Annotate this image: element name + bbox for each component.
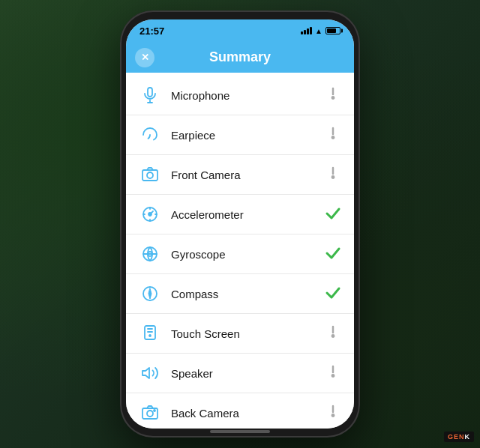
test-item-speaker[interactable]: Speaker [126, 354, 354, 393]
status-time: 21:57 [140, 25, 164, 37]
test-item-compass[interactable]: Compass [126, 274, 354, 314]
status-icons: ▲ [301, 27, 340, 35]
svg-point-20 [149, 335, 151, 336]
modal-header: ✕ Summary [126, 42, 354, 73]
svg-marker-22 [142, 368, 149, 378]
accelerometer-icon [138, 202, 162, 226]
earpiece-icon [138, 123, 162, 147]
svg-point-4 [332, 136, 334, 138]
svg-point-23 [332, 375, 334, 376]
front-camera-icon [138, 163, 162, 187]
front-camera-status [324, 165, 342, 185]
test-list: MicrophoneEarpieceFront CameraAccelerome… [126, 73, 354, 429]
back-camera-icon [138, 401, 162, 425]
test-item-earpiece[interactable]: Earpiece [126, 115, 354, 155]
battery-icon [326, 27, 340, 34]
test-item-front-camera[interactable]: Front Camera [126, 155, 354, 195]
test-item-gyroscope[interactable]: Gyroscope [126, 234, 354, 274]
wifi-icon: ▲ [315, 27, 322, 35]
touch-screen-icon [138, 321, 162, 345]
touch-screen-label: Touch Screen [171, 327, 315, 340]
svg-point-21 [332, 335, 334, 336]
compass-label: Compass [171, 288, 315, 300]
test-item-back-camera[interactable]: Back Camera [126, 393, 354, 429]
svg-point-9 [148, 213, 152, 216]
svg-point-7 [332, 176, 334, 178]
home-indicator [210, 430, 270, 433]
accelerometer-label: Accelerometer [171, 208, 315, 221]
touch-screen-status [324, 324, 342, 344]
microphone-label: Microphone [171, 89, 315, 102]
svg-rect-0 [148, 88, 152, 97]
svg-point-27 [332, 414, 334, 416]
speaker-label: Speaker [171, 367, 315, 380]
modal-body: MicrophoneEarpieceFront CameraAccelerome… [126, 73, 354, 429]
genk-logo: GENK [444, 432, 474, 442]
front-camera-label: Front Camera [171, 169, 315, 181]
gyroscope-status [324, 244, 342, 264]
svg-marker-18 [148, 288, 152, 299]
compass-status [324, 284, 342, 304]
speaker-status [324, 363, 342, 384]
close-button[interactable]: ✕ [135, 48, 154, 67]
back-camera-label: Back Camera [171, 407, 315, 420]
accelerometer-status [324, 205, 342, 225]
svg-point-25 [147, 411, 153, 417]
svg-point-6 [147, 172, 153, 178]
speaker-icon [138, 361, 162, 385]
phone-frame: 21:57 ▲ ✕ Summary MicrophoneEa [120, 10, 360, 438]
earpiece-status [324, 125, 342, 145]
test-item-microphone[interactable]: Microphone [126, 76, 354, 115]
signal-icon [301, 27, 312, 34]
svg-rect-19 [145, 326, 155, 339]
modal-title: Summary [209, 49, 271, 65]
svg-point-3 [332, 97, 334, 98]
microphone-status [324, 85, 342, 106]
microphone-icon [138, 83, 162, 107]
earpiece-label: Earpiece [171, 129, 315, 142]
compass-icon [138, 282, 162, 306]
status-bar: 21:57 ▲ [126, 19, 354, 42]
svg-point-26 [154, 410, 155, 411]
gyroscope-label: Gyroscope [171, 248, 315, 261]
test-item-accelerometer[interactable]: Accelerometer [126, 195, 354, 234]
phone-screen: 21:57 ▲ ✕ Summary MicrophoneEa [126, 19, 354, 429]
back-camera-status [324, 403, 342, 423]
test-item-touch-screen[interactable]: Touch Screen [126, 314, 354, 354]
gyroscope-icon [138, 242, 162, 266]
